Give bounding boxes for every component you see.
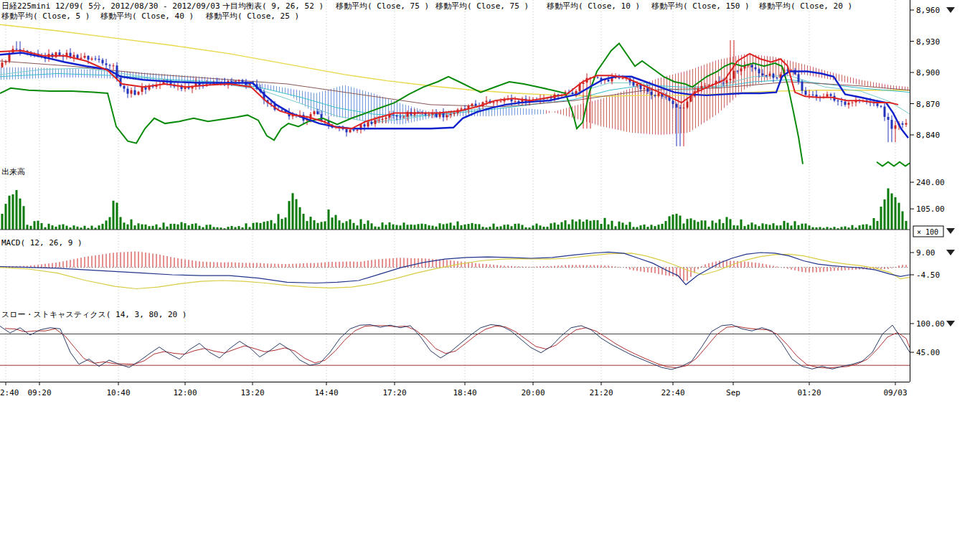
time-label: 18:40 — [453, 388, 476, 397]
time-label: 09:20 — [27, 388, 51, 397]
volume-unit-label: × 100 — [917, 228, 938, 236]
axis-label: 240.00 — [916, 178, 945, 187]
stoch-d-line — [5, 326, 910, 368]
time-label: Sep — [726, 388, 740, 397]
time-label: 22:40 — [661, 388, 684, 397]
axis-label: 8,930 — [916, 37, 940, 47]
time-label: 09/03 — [883, 388, 907, 397]
green-line — [877, 162, 910, 166]
time-label: 13:20 — [240, 388, 264, 397]
time-label: 01:20 — [797, 388, 821, 397]
chart-canvas[interactable]: 8,9608,9308,9008,8708,840240.00105.009.0… — [0, 0, 980, 402]
stoch-k-line — [0, 325, 910, 370]
time-label: 21:20 — [589, 388, 613, 397]
axis-label: 105.00 — [916, 204, 945, 214]
time-label: 10:40 — [106, 388, 130, 397]
macd-scale-arrow[interactable] — [946, 250, 955, 255]
stoch-scale-arrow[interactable] — [946, 321, 955, 326]
axis-label: 8,840 — [916, 131, 940, 140]
axis-label: -4.50 — [916, 270, 940, 280]
time-label: 12:00 — [173, 388, 197, 397]
volume-panel — [0, 189, 910, 230]
macd-line — [0, 252, 910, 285]
time-axis: 2:4009:2010:4012:0013:2014:4017:2018:402… — [0, 382, 908, 397]
axis-label: 8,900 — [916, 68, 940, 77]
price-panel — [0, 24, 910, 166]
axis-label: 9.00 — [916, 248, 936, 258]
price-scale-arrow[interactable] — [946, 7, 955, 13]
axis-label: 8,960 — [916, 6, 940, 15]
volume-scale-arrow[interactable] — [946, 228, 955, 234]
axis-label: 8,870 — [916, 100, 940, 109]
axis-label: 100.00 — [916, 319, 945, 329]
axis-label: 45.00 — [916, 348, 940, 357]
time-label: 2:40 — [0, 388, 19, 397]
axes: 8,9608,9308,9008,8708,840240.00105.009.0… — [0, 0, 955, 382]
macd-panel — [0, 251, 910, 288]
stoch-panel — [0, 325, 910, 370]
time-label: 14:40 — [314, 388, 338, 397]
time-label: 20:00 — [521, 388, 545, 397]
time-label: 17:20 — [382, 388, 406, 397]
